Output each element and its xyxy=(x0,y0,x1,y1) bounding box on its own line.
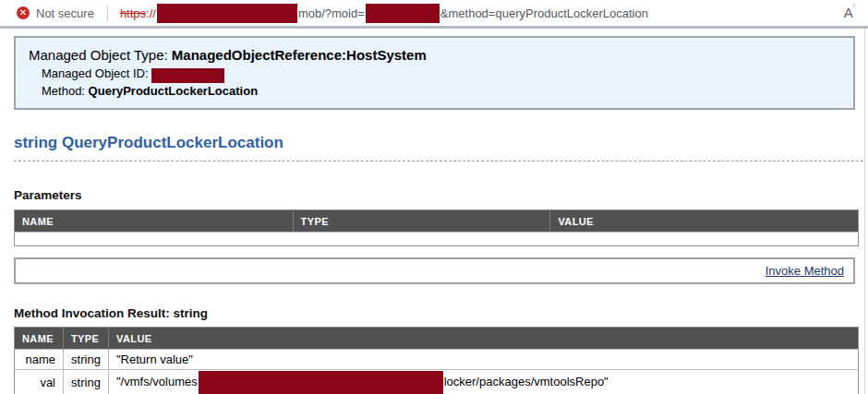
result-row-name: name string "Return value" xyxy=(15,350,859,370)
invoke-method-link[interactable]: Invoke Method xyxy=(766,264,844,278)
result-table: NAME TYPE VALUE name string "Return valu… xyxy=(14,327,859,394)
url-text[interactable]: https://mob/?moid=&method=queryProductLo… xyxy=(120,4,648,23)
url-scheme-https: https xyxy=(120,6,146,20)
result-value-cell: "Return value" xyxy=(109,350,859,370)
managed-object-type-line: Managed Object Type: ManagedObjectRefere… xyxy=(29,45,842,66)
invoke-method-box: Invoke Method xyxy=(14,257,855,284)
result-col-name: NAME xyxy=(15,328,64,350)
result-heading: Method Invocation Result: string xyxy=(14,306,868,320)
not-secure-chip[interactable]: ✕ Not secure xyxy=(17,6,94,20)
result-value-cell: "/vmfs/volumeslocker/packages/vmtoolsRep… xyxy=(109,370,859,394)
parameters-heading: Parameters xyxy=(14,188,868,202)
parameters-header-row: NAME TYPE VALUE xyxy=(15,210,859,233)
managed-object-type-label: Managed Object Type: xyxy=(29,47,168,63)
result-col-type: TYPE xyxy=(64,328,109,350)
managed-object-id-label: Managed Object ID: xyxy=(42,66,149,80)
url-path-segment: mob/?moid= xyxy=(298,6,365,20)
result-value-prefix: "/vmfs/volumes xyxy=(116,375,198,388)
managed-object-info-box: Managed Object Type: ManagedObjectRefere… xyxy=(14,36,855,110)
parameters-col-name: NAME xyxy=(15,210,294,233)
result-value-redaction xyxy=(199,371,443,394)
parameters-empty-row xyxy=(15,233,859,246)
url-moid-redaction xyxy=(366,4,440,23)
result-name-cell: val xyxy=(15,370,64,394)
parameters-col-value: VALUE xyxy=(550,210,859,233)
managed-object-type-value: ManagedObjectReference:HostSystem xyxy=(172,47,427,63)
result-header-row: NAME TYPE VALUE xyxy=(15,328,859,350)
method-line: Method: QueryProductLockerLocation xyxy=(42,83,842,101)
parameters-col-type: TYPE xyxy=(293,210,550,233)
method-label: Method: xyxy=(42,84,85,98)
read-aloud-wave: ⁾ xyxy=(853,3,855,12)
url-host-redaction xyxy=(157,4,297,23)
managed-object-id-redaction xyxy=(151,68,224,83)
method-value: QueryProductLockerLocation xyxy=(89,84,258,98)
managed-object-id-line: Managed Object ID: xyxy=(42,66,842,83)
parameters-table: NAME TYPE VALUE xyxy=(14,209,859,246)
mob-page: Managed Object Type: ManagedObjectRefere… xyxy=(0,29,868,394)
read-aloud-letter: A xyxy=(844,5,853,20)
result-value-suffix: locker/packages/vmtoolsRepo" xyxy=(444,375,609,388)
page-title: string QueryProductLockerLocation xyxy=(14,134,863,161)
read-aloud-icon[interactable]: A ⁾ xyxy=(844,5,855,20)
not-secure-icon: ✕ xyxy=(17,6,30,19)
result-row-val: val string "/vmfs/volumeslocker/packages… xyxy=(15,370,859,394)
result-name-cell: name xyxy=(15,350,64,370)
result-type-cell: string xyxy=(64,370,109,394)
address-bar-divider xyxy=(107,6,108,21)
parameters-empty-cell xyxy=(15,233,859,246)
result-col-value: VALUE xyxy=(109,328,859,350)
browser-address-bar[interactable]: ✕ Not secure https://mob/?moid=&method=q… xyxy=(0,0,868,29)
result-type-cell: string xyxy=(64,350,109,370)
url-scheme-separator: :// xyxy=(146,6,156,20)
url-query-suffix: &method=queryProductLockerLocation xyxy=(440,6,648,20)
not-secure-label: Not secure xyxy=(36,6,94,20)
